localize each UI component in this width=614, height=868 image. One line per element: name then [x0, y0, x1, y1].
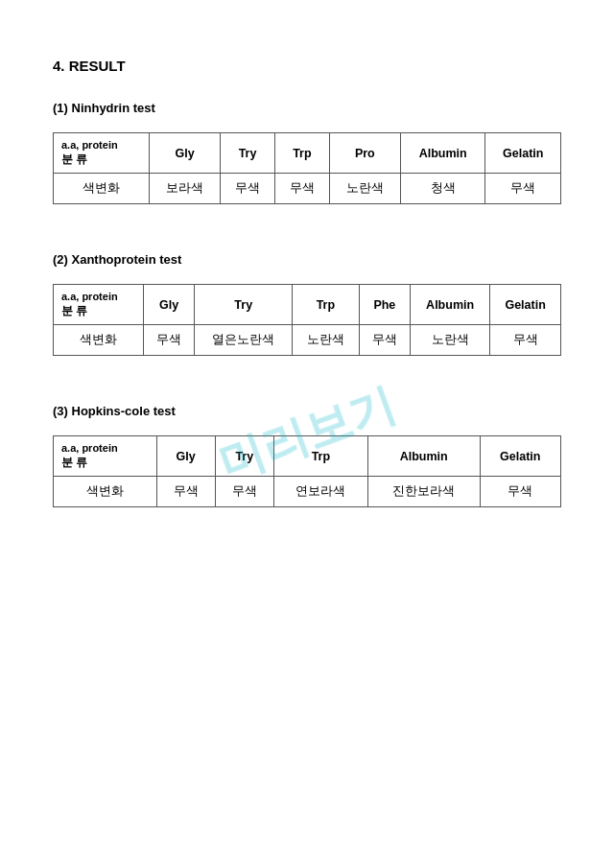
- col-header-3: Pro: [329, 133, 400, 174]
- cell-4: 노란색: [411, 325, 490, 356]
- cell-5: 무색: [490, 325, 561, 356]
- cell-4: 청색: [400, 174, 485, 204]
- cell-5: 무색: [485, 174, 561, 204]
- table-hopkins-cole: a.a, protein분 류GlyTryTrpAlbuminGelatin색변…: [53, 435, 561, 507]
- col-header-2: Trp: [293, 285, 360, 325]
- cell-1: 열은노란색: [195, 325, 293, 356]
- cell-0: 무색: [143, 325, 194, 356]
- section-subtitle-ninhydrin: (1) Ninhydrin test: [53, 101, 561, 115]
- row-label: 색변화: [54, 477, 157, 507]
- col-header-5: Gelatin: [490, 285, 561, 325]
- table-xanthoprotein: a.a, protein분 류GlyTryTrpPheAlbuminGelati…: [53, 284, 561, 356]
- col-header-3: Albumin: [367, 436, 480, 477]
- cell-1: 무색: [215, 477, 273, 507]
- section-hopkins-cole: (3) Hopkins-cole testa.a, protein분 류GlyT…: [53, 404, 561, 507]
- col-header-1: Try: [195, 285, 293, 325]
- cell-2: 노란색: [293, 325, 360, 356]
- cell-3: 진한보라색: [367, 477, 480, 507]
- cell-4: 무색: [480, 477, 560, 507]
- row-label: 색변화: [54, 325, 144, 356]
- col-header-5: Gelatin: [485, 133, 561, 174]
- table-header-label: a.a, protein분 류: [54, 133, 150, 174]
- section-subtitle-hopkins-cole: (3) Hopkins-cole test: [53, 404, 561, 418]
- cell-2: 연보라색: [273, 477, 367, 507]
- col-header-0: Gly: [150, 133, 221, 174]
- cell-2: 무색: [274, 174, 329, 204]
- table-row: 색변화보라색무색무색노란색청색무색: [54, 174, 561, 204]
- cell-3: 무색: [359, 325, 410, 356]
- page-title: 4. RESULT: [53, 58, 561, 74]
- col-header-1: Try: [221, 133, 275, 174]
- col-header-4: Albumin: [411, 285, 490, 325]
- col-header-0: Gly: [143, 285, 194, 325]
- col-header-4: Albumin: [400, 133, 485, 174]
- col-header-2: Trp: [273, 436, 367, 477]
- col-header-1: Try: [215, 436, 273, 477]
- cell-0: 무색: [156, 477, 215, 507]
- section-subtitle-xanthoprotein: (2) Xanthoprotein test: [53, 252, 561, 267]
- col-header-3: Phe: [359, 285, 410, 325]
- col-header-4: Gelatin: [480, 436, 560, 477]
- table-ninhydrin: a.a, protein분 류GlyTryTrpProAlbuminGelati…: [53, 132, 561, 204]
- cell-1: 무색: [221, 174, 275, 204]
- table-header-label: a.a, protein분 류: [54, 436, 157, 477]
- col-header-2: Trp: [274, 133, 329, 174]
- table-header-label: a.a, protein분 류: [54, 285, 144, 325]
- cell-3: 노란색: [329, 174, 400, 204]
- col-header-0: Gly: [156, 436, 215, 477]
- section-ninhydrin: (1) Ninhydrin testa.a, protein분 류GlyTryT…: [53, 101, 561, 204]
- table-row: 색변화무색열은노란색노란색무색노란색무색: [54, 325, 561, 356]
- table-row: 색변화무색무색연보라색진한보라색무색: [54, 477, 561, 507]
- row-label: 색변화: [54, 174, 150, 204]
- section-xanthoprotein: (2) Xanthoprotein testa.a, protein분 류Gly…: [53, 252, 561, 356]
- cell-0: 보라색: [150, 174, 221, 204]
